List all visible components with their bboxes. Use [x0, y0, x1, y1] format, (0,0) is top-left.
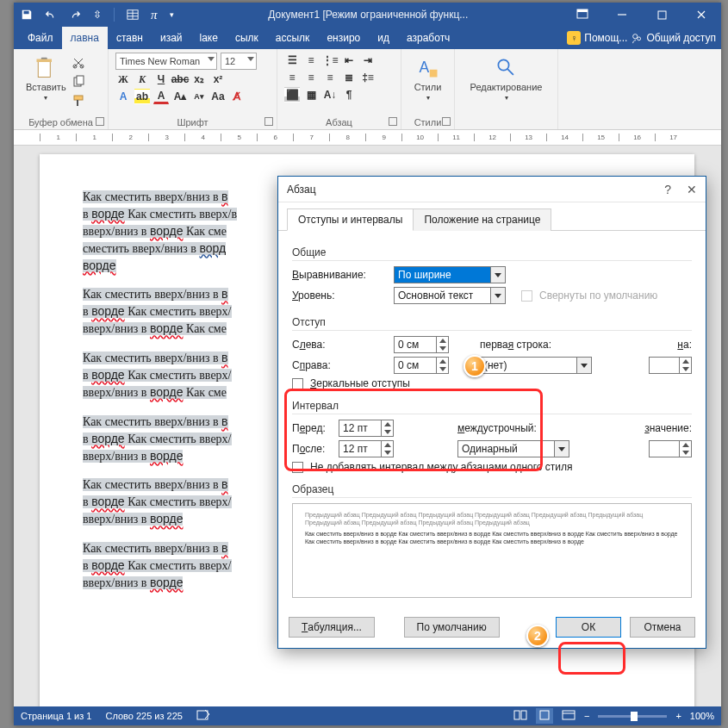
italic-button[interactable]: К: [134, 72, 150, 87]
paragraph-launcher[interactable]: [389, 117, 397, 126]
align-center-button[interactable]: ≡: [303, 70, 319, 85]
touch-icon[interactable]: ⇳: [93, 9, 102, 21]
bold-button[interactable]: Ж: [115, 72, 131, 87]
status-words[interactable]: Слово 225 из 225: [105, 711, 183, 721]
ok-button[interactable]: ОК: [556, 617, 621, 638]
bullets-button[interactable]: ☰: [284, 53, 300, 68]
tab-review[interactable]: ензиро: [318, 27, 369, 49]
borders-button[interactable]: ▦: [303, 87, 319, 103]
editing-button[interactable]: Редактирование▾: [462, 53, 551, 105]
line-spacing-button[interactable]: ‡≡: [360, 70, 376, 85]
svg-rect-2: [577, 9, 588, 12]
collapse-checkbox: [521, 290, 532, 302]
dialog-help-button[interactable]: ?: [664, 183, 671, 196]
sort-button[interactable]: A↓: [322, 87, 338, 103]
strike-button[interactable]: abc: [172, 72, 188, 87]
increase-indent-button[interactable]: ⇥: [360, 53, 376, 68]
spacing-before-spinner[interactable]: 12 пт: [339, 420, 394, 437]
shrink-font-button[interactable]: A▾: [191, 89, 207, 104]
styles-launcher[interactable]: [442, 117, 451, 126]
text-effect-button[interactable]: A: [115, 89, 131, 104]
svg-rect-6: [39, 60, 51, 77]
mirror-indent-checkbox[interactable]: [292, 378, 303, 389]
indent-left-spinner[interactable]: 0 см: [394, 336, 449, 353]
zoom-in-button[interactable]: +: [675, 711, 681, 721]
tab-layout[interactable]: lаке: [191, 27, 227, 49]
svg-rect-13: [74, 96, 83, 100]
tab-home[interactable]: лавна: [62, 27, 108, 49]
font-launcher[interactable]: [264, 117, 273, 126]
ribbon-options-icon[interactable]: [563, 3, 602, 27]
view-web-icon[interactable]: [562, 709, 576, 723]
indent-right-spinner[interactable]: 0 см: [394, 357, 449, 374]
multilevel-button[interactable]: ⋮≡: [322, 53, 338, 68]
tab-developer[interactable]: азработч: [398, 27, 458, 49]
tab-mailings[interactable]: ассылк: [267, 27, 319, 49]
cut-icon[interactable]: [72, 56, 85, 72]
tabs-button[interactable]: Табуляция...: [289, 617, 375, 638]
first-line-at-spinner[interactable]: [649, 357, 692, 374]
zoom-out-button[interactable]: −: [584, 711, 589, 721]
tab-design[interactable]: изай: [152, 27, 191, 49]
badge-2: 2: [526, 625, 549, 647]
font-size-combo[interactable]: 12: [221, 53, 257, 70]
mirror-indent-label: Зеркальные отступы: [310, 377, 410, 389]
maximize-button[interactable]: [642, 3, 681, 27]
clipboard-launcher[interactable]: [96, 117, 104, 126]
copy-icon[interactable]: [72, 75, 85, 90]
status-proofing-icon[interactable]: [196, 709, 210, 723]
cancel-button[interactable]: Отмена: [630, 617, 695, 638]
clear-format-button[interactable]: A̸: [229, 89, 245, 104]
paste-button[interactable]: Вставить▾: [21, 53, 72, 109]
help-button[interactable]: ♀Помощ...: [567, 31, 627, 45]
save-icon[interactable]: [21, 9, 33, 21]
underline-button[interactable]: Ч: [153, 72, 169, 87]
tab-insert[interactable]: ставн: [108, 27, 152, 49]
line-at-spinner[interactable]: [649, 440, 692, 457]
tab-references[interactable]: сылк: [227, 27, 267, 49]
default-button[interactable]: По умолчанию: [404, 617, 500, 638]
status-page[interactable]: Страница 1 из 1: [21, 711, 91, 721]
subscript-button[interactable]: x₂: [191, 72, 207, 87]
shading-button[interactable]: ⬛: [284, 87, 300, 103]
close-button[interactable]: [681, 3, 721, 27]
numbering-button[interactable]: ≡: [303, 53, 319, 68]
app-window: ⇳ π ▾ Документ1 [Режим ограниченной функ…: [14, 3, 721, 725]
tab-position[interactable]: Положение на странице: [413, 208, 551, 231]
view-read-icon[interactable]: [513, 709, 527, 723]
alignment-dropdown[interactable]: По ширине: [394, 266, 506, 283]
ruler[interactable]: 11234567891011121314151617: [14, 130, 721, 146]
format-painter-icon[interactable]: [72, 94, 85, 109]
no-space-checkbox[interactable]: [292, 462, 303, 473]
level-dropdown[interactable]: Основной текст: [394, 287, 506, 304]
tab-file[interactable]: Файл: [19, 27, 62, 49]
align-left-button[interactable]: ≡: [284, 70, 300, 85]
dialog-close-button[interactable]: ✕: [687, 183, 697, 196]
table-icon[interactable]: [127, 9, 139, 21]
spacing-after-spinner[interactable]: 12 пт: [339, 440, 394, 457]
zoom-slider[interactable]: [598, 715, 667, 718]
font-color-button[interactable]: A: [153, 89, 169, 104]
show-marks-button[interactable]: ¶: [341, 87, 357, 103]
decrease-indent-button[interactable]: ⇤: [341, 53, 357, 68]
superscript-button[interactable]: x²: [210, 72, 226, 87]
grow-font-button[interactable]: A▴: [172, 89, 188, 104]
tab-indents[interactable]: Отступы и интервалы: [287, 208, 414, 231]
line-spacing-dropdown[interactable]: Одинарный: [457, 440, 569, 457]
minimize-button[interactable]: [602, 3, 642, 27]
formula-icon[interactable]: π: [151, 8, 158, 22]
view-print-icon[interactable]: [536, 708, 553, 724]
undo-icon[interactable]: [45, 9, 57, 21]
redo-icon[interactable]: [69, 9, 81, 21]
tab-view[interactable]: ид: [369, 27, 398, 49]
font-name-combo[interactable]: Times New Roman: [115, 53, 217, 70]
change-case-button[interactable]: Aa: [210, 89, 226, 104]
share-button[interactable]: Общий доступ: [631, 32, 716, 44]
zoom-level[interactable]: 100%: [690, 711, 714, 721]
group-clipboard-label: Буфер обмена: [14, 117, 108, 128]
first-line-dropdown[interactable]: (нет): [480, 357, 592, 374]
highlight-button[interactable]: ab: [134, 89, 150, 104]
align-justify-button[interactable]: ≣: [341, 70, 357, 85]
align-right-button[interactable]: ≡: [322, 70, 338, 85]
styles-button[interactable]: A Стили▾: [408, 53, 447, 105]
